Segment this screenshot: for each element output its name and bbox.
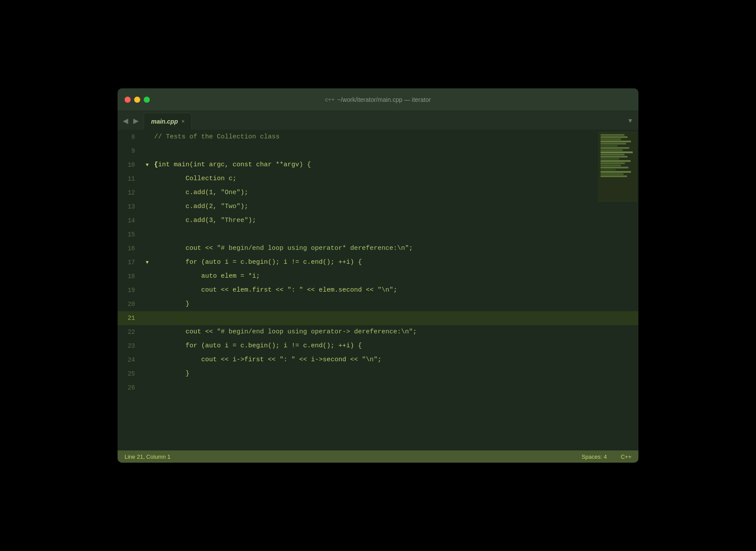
- window-title-area: c++ ~/work/iterator/main.cpp — iterator: [325, 96, 431, 103]
- line-content-11: Collection c;: [152, 172, 638, 186]
- code-line-17: 17 ▼ for (auto i = c.begin(); i != c.end…: [118, 255, 638, 269]
- line-content-17: for (auto i = c.begin(); i != c.end(); +…: [152, 255, 638, 269]
- line-number-19: 19: [118, 283, 142, 297]
- code-line-18: 18 auto elem = *i;: [118, 269, 638, 283]
- line-number-13: 13: [118, 200, 142, 214]
- code-line-16: 16 cout << "# begin/end loop using opera…: [118, 242, 638, 255]
- tab-close-button[interactable]: ×: [181, 118, 184, 124]
- editor-window: c++ ~/work/iterator/main.cpp — iterator …: [118, 88, 638, 463]
- line-number-18: 18: [118, 269, 142, 283]
- line-content-13: c.add(2, "Two");: [152, 200, 638, 214]
- tab-filename: main.cpp: [151, 118, 178, 125]
- code-line-15: 15: [118, 228, 638, 242]
- gutter-17: ▼: [142, 255, 152, 269]
- minimize-button[interactable]: [134, 97, 140, 103]
- editor-area: 8 // Tests of the Collection class 9 10 …: [118, 130, 638, 450]
- code-line-24: 24 cout << i->first << ": " << i->second…: [118, 353, 638, 367]
- line-number-25: 25: [118, 367, 142, 381]
- line-number-15: 15: [118, 228, 142, 242]
- minimap[interactable]: [598, 132, 637, 202]
- traffic-lights: [125, 97, 150, 103]
- code-line-23: 23 for (auto i = c.begin(); i != c.end()…: [118, 339, 638, 353]
- code-line-19: 19 cout << elem.first << ": " << elem.se…: [118, 283, 638, 297]
- code-line-20: 20 }: [118, 297, 638, 311]
- line-content-22: cout << "# begin/end loop using operator…: [152, 325, 638, 339]
- gutter-10: ▼: [142, 158, 152, 172]
- code-lines: 8 // Tests of the Collection class 9 10 …: [118, 130, 638, 450]
- line-number-17: 17: [118, 255, 142, 269]
- line-number-10: 10: [118, 158, 142, 172]
- statusbar-right: Spaces: 4 C++: [582, 454, 631, 460]
- code-line-25: 25 }: [118, 367, 638, 381]
- code-line-22: 22 cout << "# begin/end loop using opera…: [118, 325, 638, 339]
- statusbar: Line 21, Column 1 Spaces: 4 C++: [118, 450, 638, 463]
- forward-arrow[interactable]: ▶: [132, 115, 140, 125]
- back-arrow[interactable]: ◀: [121, 115, 130, 125]
- line-content-23: for (auto i = c.begin(); i != c.end(); +…: [152, 339, 638, 353]
- code-container[interactable]: 8 // Tests of the Collection class 9 10 …: [118, 130, 638, 450]
- line-content-20: }: [152, 297, 638, 311]
- line-number-9: 9: [118, 144, 142, 158]
- code-line-8: 8 // Tests of the Collection class: [118, 130, 638, 144]
- code-line-14: 14 c.add(3, "Three");: [118, 214, 638, 228]
- line-number-20: 20: [118, 297, 142, 311]
- window-title: ~/work/iterator/main.cpp — iterator: [337, 96, 431, 103]
- code-line-9: 9: [118, 144, 638, 158]
- line-number-21: 21: [118, 311, 142, 325]
- line-number-24: 24: [118, 353, 142, 367]
- code-line-21: 21: [118, 311, 638, 325]
- line-number-23: 23: [118, 339, 142, 353]
- code-line-11: 11 Collection c;: [118, 172, 638, 186]
- titlebar: c++ ~/work/iterator/main.cpp — iterator: [118, 88, 638, 111]
- minimap-content: [599, 132, 636, 179]
- line-number-12: 12: [118, 186, 142, 200]
- file-type-icon: c++: [325, 96, 335, 103]
- line-content-16: cout << "# begin/end loop using operator…: [152, 242, 638, 255]
- line-number-22: 22: [118, 325, 142, 339]
- line-content-24: cout << i->first << ": " << i->second <<…: [152, 353, 638, 367]
- line-content-25: }: [152, 367, 638, 381]
- code-line-13: 13 c.add(2, "Two");: [118, 200, 638, 214]
- line-number-16: 16: [118, 242, 142, 255]
- tab-bar: ◀ ▶ main.cpp × ▼: [118, 111, 638, 130]
- line-content-14: c.add(3, "Three");: [152, 214, 638, 228]
- maximize-button[interactable]: [144, 97, 150, 103]
- code-line-10: 10 ▼ {int main(int argc, const char **ar…: [118, 158, 638, 172]
- line-number-26: 26: [118, 381, 142, 395]
- close-button[interactable]: [125, 97, 131, 103]
- line-content-10: {int main(int argc, const char **argv) {: [152, 158, 638, 172]
- code-line-12: 12 c.add(1, "One");: [118, 186, 638, 200]
- line-content-8: // Tests of the Collection class: [152, 130, 638, 144]
- code-line-26: 26: [118, 381, 638, 395]
- line-content-18: auto elem = *i;: [152, 269, 638, 283]
- active-tab[interactable]: main.cpp ×: [144, 113, 192, 130]
- indent-info[interactable]: Spaces: 4: [582, 454, 607, 460]
- nav-arrows: ◀ ▶: [121, 115, 140, 125]
- line-number-14: 14: [118, 214, 142, 228]
- language-mode[interactable]: C++: [621, 454, 631, 460]
- line-content-12: c.add(1, "One");: [152, 186, 638, 200]
- cursor-position: Line 21, Column 1: [125, 454, 171, 460]
- line-number-8: 8: [118, 130, 142, 144]
- tab-dropdown-button[interactable]: ▼: [627, 117, 633, 124]
- line-number-11: 11: [118, 172, 142, 186]
- line-content-19: cout << elem.first << ": " << elem.secon…: [152, 283, 638, 297]
